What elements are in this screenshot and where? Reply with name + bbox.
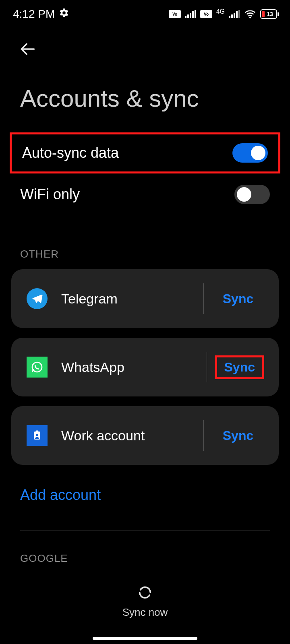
signal-bars-icon [229,10,240,18]
section-header-other: OTHER [0,226,290,269]
svg-rect-17 [262,11,265,17]
volte-badge-icon: Vo [169,10,181,18]
sync-button[interactable]: Sync [212,428,264,443]
svg-point-21 [36,434,38,436]
status-bar: 4:12 PM Vo Vo 4G [0,0,290,28]
svg-rect-5 [192,11,194,18]
signal-bars-icon [185,10,196,18]
divider [203,283,204,314]
setting-label: WiFi only [20,186,234,203]
svg-rect-13 [238,10,240,18]
wifi-icon [244,10,256,19]
account-name: WhatsApp [61,359,203,375]
sync-now-button[interactable]: Sync now [0,574,290,629]
battery-icon: 13 [260,9,279,19]
svg-rect-22 [36,431,38,432]
divider [207,352,207,382]
svg-rect-2 [185,16,186,18]
svg-rect-11 [234,13,235,18]
back-button[interactable] [16,38,39,60]
account-row-telegram[interactable]: Telegram Sync [11,269,279,328]
svg-rect-4 [190,13,191,18]
svg-point-19 [32,362,42,372]
setting-autosync-data[interactable]: Auto-sync data [10,132,280,173]
svg-text:Vo: Vo [204,12,209,17]
svg-text:Vo: Vo [172,12,177,17]
status-right: Vo Vo 4G [169,9,279,19]
sync-button[interactable]: Sync [212,291,264,306]
svg-rect-16 [278,12,279,16]
status-time: 4:12 PM [13,8,55,21]
telegram-icon [26,287,48,310]
status-left: 4:12 PM [13,8,69,21]
svg-rect-6 [195,10,196,18]
sync-now-label: Sync now [122,606,168,619]
home-indicator[interactable] [93,637,197,640]
svg-rect-9 [229,16,230,18]
account-name: Work account [61,428,200,444]
add-account-button[interactable]: Add account [0,475,290,520]
network-type-label: 4G [216,8,225,15]
setting-wifi-only[interactable]: WiFi only [0,173,290,215]
account-row-whatsapp[interactable]: WhatsApp Sync [11,338,279,396]
section-header-google: GOOGLE [0,530,290,574]
account-row-work[interactable]: Work account Sync [11,406,279,465]
toggle-switch[interactable] [232,143,268,163]
svg-rect-3 [187,14,189,18]
svg-rect-10 [231,14,233,18]
sync-button[interactable]: Sync [224,360,255,374]
whatsapp-icon [26,356,48,378]
account-name: Telegram [61,291,200,307]
toggle-switch[interactable] [234,185,270,204]
page-title: Accounts & sync [0,60,290,132]
arrow-left-icon [19,40,36,58]
volte-badge-icon: Vo [200,10,212,18]
battery-percent: 13 [267,11,273,17]
sync-icon [137,584,153,602]
setting-label: Auto-sync data [22,144,232,161]
settings-gear-icon [59,8,69,21]
svg-rect-12 [236,11,238,18]
svg-point-14 [249,17,251,19]
work-badge-icon [26,424,48,447]
divider [203,420,204,451]
